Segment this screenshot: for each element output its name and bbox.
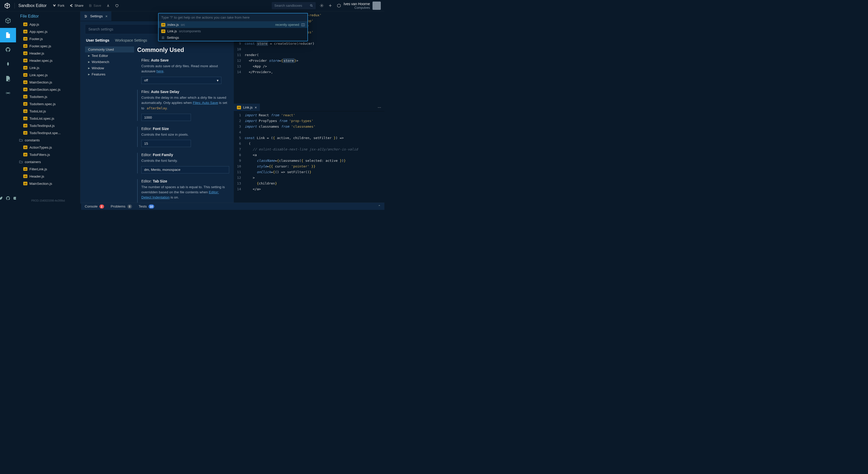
cube-icon[interactable] bbox=[337, 4, 341, 8]
file-label: constants bbox=[25, 138, 40, 142]
quick-open-item[interactable]: JSLink.jssrc/components bbox=[159, 28, 307, 34]
code-editor-bottom[interactable]: import React from 'react' import PropTyp… bbox=[243, 111, 384, 204]
gear-icon[interactable] bbox=[320, 4, 324, 7]
file-label: Link.spec.js bbox=[29, 73, 48, 77]
file-tree[interactable]: JSApp.jsJSApp.spec.jsJSFooter.jsJSFooter… bbox=[16, 21, 80, 198]
file-label: MainSection.js bbox=[29, 80, 52, 84]
rail-cube[interactable] bbox=[0, 13, 16, 28]
folder-row[interactable]: containers bbox=[16, 158, 79, 166]
like-button[interactable] bbox=[115, 4, 119, 7]
file-row[interactable]: JSHeader.spec.js bbox=[16, 57, 79, 64]
activity-rail bbox=[0, 11, 16, 204]
file-label: Footer.spec.js bbox=[29, 44, 51, 48]
chevron-up-icon[interactable]: ⌃ bbox=[378, 204, 381, 208]
settings-nav-item[interactable]: ▸ Features bbox=[85, 71, 134, 77]
file-label: TodoTextInput.spe... bbox=[29, 131, 61, 135]
quick-open-item[interactable]: JSindex.jssrcrecently opened bbox=[159, 22, 307, 28]
js-icon: JS bbox=[23, 52, 27, 55]
logo-icon[interactable] bbox=[4, 2, 11, 9]
quick-open-item[interactable]: Settings bbox=[159, 34, 307, 41]
file-row[interactable]: JSTodoList.js bbox=[16, 108, 79, 115]
tab-settings[interactable]: Settings × bbox=[80, 11, 111, 21]
autosave-select[interactable]: off ▾ bbox=[141, 77, 221, 84]
file-row[interactable]: JSActionTypes.js bbox=[16, 144, 79, 151]
setting-font-family: Editor: Font Family Controls the font fa… bbox=[137, 153, 229, 173]
settings-content: Commonly Used Files: Auto Save Controls … bbox=[134, 46, 229, 204]
rail-deploy[interactable] bbox=[0, 57, 16, 71]
plus-icon[interactable] bbox=[328, 4, 332, 7]
rail-config[interactable] bbox=[0, 71, 16, 86]
font-size-input[interactable] bbox=[141, 140, 191, 147]
file-label: TodoFilters.js bbox=[29, 153, 50, 157]
file-row[interactable]: JSTodoList.spec.js bbox=[16, 115, 79, 122]
settings-nav-item[interactable]: ▸ Window bbox=[85, 65, 134, 71]
save-button[interactable]: Save bbox=[89, 4, 101, 7]
file-row[interactable]: JSMainSection.spec.js bbox=[16, 86, 79, 93]
search-sandboxes-input[interactable]: Search sandboxes bbox=[272, 2, 316, 9]
svg-point-2 bbox=[8, 79, 10, 81]
file-label: TodoItem.js bbox=[29, 95, 47, 99]
github-icon[interactable] bbox=[6, 196, 10, 201]
tests-badge: 10 bbox=[149, 204, 154, 209]
sliders-icon bbox=[84, 14, 88, 18]
build-tag: PROD-1540023398-4e289bd bbox=[16, 198, 80, 204]
file-row[interactable]: JSLink.js bbox=[16, 64, 79, 71]
rail-github[interactable] bbox=[0, 42, 16, 57]
settings-nav: Commonly Used▸ Text Editor▸ Workbench▸ W… bbox=[85, 46, 134, 204]
js-icon: JS bbox=[161, 29, 165, 33]
file-row[interactable]: JSLink.spec.js bbox=[16, 71, 79, 79]
console-tab[interactable]: Console 2 bbox=[85, 204, 104, 209]
tab-user-settings[interactable]: User Settings bbox=[86, 38, 109, 42]
twitter-icon[interactable] bbox=[0, 196, 3, 201]
rail-file[interactable] bbox=[0, 28, 16, 42]
setting-autosave-delay: Files: Auto Save Delay Controls the dela… bbox=[137, 90, 229, 121]
file-label: containers bbox=[25, 160, 41, 164]
svg-point-0 bbox=[310, 4, 312, 6]
share-button[interactable]: Share bbox=[69, 4, 84, 7]
tab-workspace-settings[interactable]: Workspace Settings bbox=[115, 38, 147, 42]
file-row[interactable]: JSHeader.js bbox=[16, 50, 79, 57]
more-icon[interactable]: ⋯ bbox=[375, 106, 384, 109]
topbar: Sandbox Editor Fork Share Save Search sa… bbox=[0, 0, 384, 11]
file-row[interactable]: JSFooter.spec.js bbox=[16, 42, 79, 50]
settings-nav-item[interactable]: ▸ Text Editor bbox=[85, 53, 134, 59]
settings-nav-item[interactable]: Commonly Used bbox=[85, 47, 134, 53]
file-row[interactable]: JSTodoTextInput.js bbox=[16, 122, 79, 129]
file-row[interactable]: JSHeader.js bbox=[16, 173, 79, 180]
file-row[interactable]: JSFooter.js bbox=[16, 35, 79, 42]
problems-tab[interactable]: Problems 0 bbox=[111, 204, 132, 209]
file-row[interactable]: JSTodoItem.spec.js bbox=[16, 100, 79, 108]
tests-tab[interactable]: Tests 10 bbox=[139, 204, 154, 209]
tab-settings-label: Settings bbox=[90, 14, 103, 18]
file-row[interactable]: JSMainSection.js bbox=[16, 79, 79, 86]
download-button[interactable] bbox=[106, 4, 110, 7]
font-family-input[interactable] bbox=[141, 166, 229, 173]
file-row[interactable]: JSFilterLink.js bbox=[16, 166, 79, 173]
file-row[interactable]: JSMainSection.js bbox=[16, 180, 79, 187]
settings-nav-item[interactable]: ▸ Workbench bbox=[85, 59, 134, 65]
close-icon[interactable]: × bbox=[255, 106, 257, 110]
folder-icon bbox=[19, 139, 23, 142]
user-org: Compulves bbox=[344, 6, 370, 9]
file-sidebar: File Editor JSApp.jsJSApp.spec.jsJSFoote… bbox=[16, 11, 80, 204]
file-row[interactable]: JSTodoTextInput.spe... bbox=[16, 129, 79, 137]
code-tab-link[interactable]: JS Link.js × bbox=[234, 103, 260, 111]
sliders-icon bbox=[161, 36, 165, 39]
svg-point-3 bbox=[7, 92, 9, 94]
rail-live[interactable] bbox=[0, 86, 16, 100]
js-icon: JS bbox=[237, 106, 241, 109]
folder-row[interactable]: constants bbox=[16, 137, 79, 144]
chevron-down-icon: ▾ bbox=[217, 78, 219, 83]
file-row[interactable]: JSTodoFilters.js bbox=[16, 151, 79, 158]
js-icon: JS bbox=[23, 182, 27, 185]
autosave-delay-input[interactable] bbox=[141, 114, 191, 121]
quick-open-input[interactable] bbox=[159, 13, 307, 21]
fork-button[interactable]: Fork bbox=[53, 4, 64, 7]
user-menu[interactable]: Ives van Hoorne Compulves bbox=[344, 2, 381, 10]
close-icon[interactable]: × bbox=[105, 14, 108, 18]
file-row[interactable]: JSTodoItem.js bbox=[16, 93, 79, 100]
file-row[interactable]: JSApp.spec.js bbox=[16, 28, 79, 35]
js-icon: JS bbox=[23, 80, 27, 84]
file-row[interactable]: JSApp.js bbox=[16, 21, 79, 28]
user-name: Ives van Hoorne bbox=[344, 2, 370, 6]
